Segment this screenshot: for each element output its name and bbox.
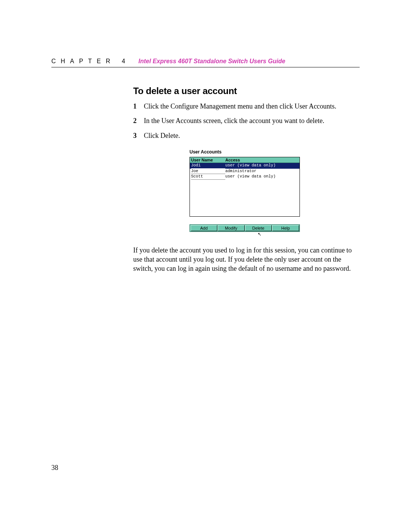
- table-row[interactable]: Scott user (view data only): [190, 174, 299, 180]
- list-header: User Name Access: [190, 157, 299, 163]
- table-row[interactable]: Joe administrator: [190, 169, 299, 174]
- main-content: To delete a user account Click the Confi…: [133, 86, 362, 273]
- figure-title: User Accounts: [190, 149, 300, 155]
- modify-button[interactable]: Modify: [218, 225, 245, 231]
- step-item: In the User Accounts screen, click the a…: [133, 116, 362, 125]
- table-row[interactable]: Jodi user (view data only): [190, 163, 299, 169]
- section-title: To delete a user account: [133, 86, 362, 96]
- cell-user-name: Scott: [191, 174, 225, 180]
- button-bar: Add Modify Delete Help ↖: [190, 224, 300, 232]
- header-rule: [51, 67, 360, 67]
- column-header-access: Access: [225, 158, 298, 162]
- chapter-label: CHAPTER 4: [51, 58, 130, 65]
- add-button[interactable]: Add: [191, 225, 218, 231]
- step-list: Click the Configure Management menu and …: [133, 102, 362, 140]
- cell-user-name: Joe: [191, 169, 225, 174]
- page-number: 38: [51, 464, 58, 472]
- running-header: CHAPTER 4 Intel Express 460T Standalone …: [51, 58, 360, 65]
- guide-title: Intel Express 460T Standalone Switch Use…: [139, 58, 285, 65]
- user-accounts-figure: User Accounts User Name Access Jodi user…: [190, 149, 300, 232]
- step-item: Click Delete.: [133, 131, 362, 140]
- cell-user-name: Jodi: [191, 163, 225, 169]
- cell-access: user (view data only): [225, 174, 276, 180]
- help-button[interactable]: Help: [272, 225, 299, 231]
- closing-paragraph: If you delete the account you used to lo…: [133, 246, 360, 273]
- cell-access: user (view data only): [225, 163, 276, 169]
- page-content: CHAPTER 4 Intel Express 460T Standalone …: [51, 58, 360, 273]
- column-header-name: User Name: [191, 158, 225, 162]
- cell-access: administrator: [225, 169, 256, 174]
- cursor-icon: ↖: [258, 232, 261, 237]
- step-item: Click the Configure Management menu and …: [133, 102, 362, 111]
- delete-button[interactable]: Delete: [245, 225, 272, 231]
- user-accounts-listbox[interactable]: User Name Access Jodi user (view data on…: [190, 157, 300, 217]
